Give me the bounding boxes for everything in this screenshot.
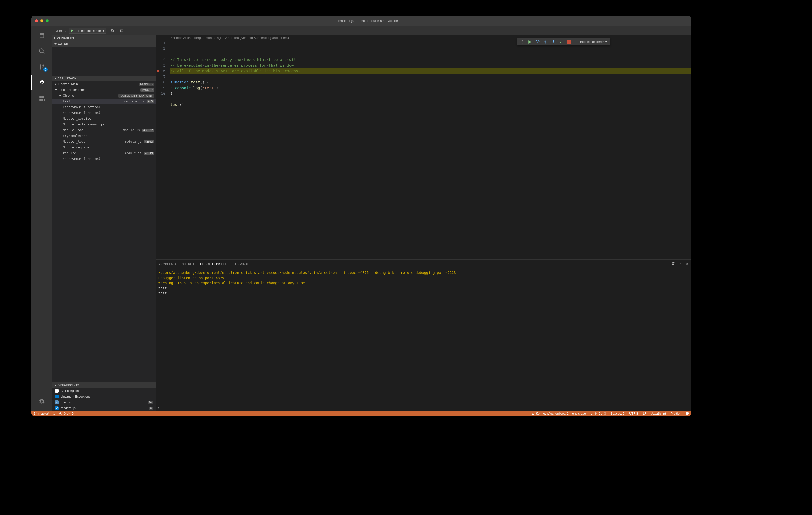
blame-status[interactable]: Kenneth Auchenberg, 2 months ago (531, 412, 586, 415)
feedback-icon[interactable] (686, 412, 689, 416)
language-status[interactable]: JavaScript (651, 412, 666, 415)
watch-section-header[interactable]: Watch (52, 41, 156, 47)
sync-status[interactable] (52, 412, 56, 415)
step-over-button[interactable] (534, 38, 541, 46)
debug-console-output[interactable]: /Users/auchenberg/development/electron-q… (156, 269, 691, 298)
continue-button[interactable] (526, 38, 533, 46)
console-line: test (158, 286, 689, 291)
prettier-status[interactable]: Prettier (670, 412, 681, 415)
variables-section-header[interactable]: Variables (52, 35, 156, 41)
app-window: renderer.js — electron-quick-start-vscod… (31, 16, 691, 416)
chevron-right-icon (55, 83, 56, 85)
scm-badge: 2 (44, 67, 48, 72)
problems-status[interactable]: 0 0 (59, 412, 73, 415)
close-icon[interactable] (35, 19, 38, 23)
repl-input[interactable] (156, 404, 691, 411)
svg-point-12 (686, 412, 689, 415)
svg-rect-9 (568, 40, 571, 44)
callstack-section-header[interactable]: Call Stack (52, 75, 156, 81)
stack-frame[interactable]: requiremodule.js20:19 (52, 150, 156, 156)
line-gutter: 1 2 3 4 5 6 7 8 9 10 (156, 40, 170, 113)
checkbox[interactable]: ✓ (55, 406, 59, 410)
search-icon[interactable] (31, 43, 52, 59)
console-line: Warning: This is an experimental feature… (158, 280, 689, 286)
panel-close-icon[interactable]: × (686, 262, 689, 267)
settings-gear-icon[interactable] (31, 394, 52, 410)
stack-frame[interactable]: (anonymous function) (52, 156, 156, 162)
console-line: /Users/auchenberg/development/electron-q… (158, 270, 689, 276)
step-into-button[interactable] (542, 38, 549, 46)
stack-frame[interactable]: testrenderer.js6:3 (52, 98, 156, 104)
code-editor[interactable]: 1 2 3 4 5 6 7 8 9 10 //·This·file·is·req… (156, 40, 691, 113)
debug-config-select[interactable]: Electron: Rende▾ (77, 28, 107, 34)
debug-console-toggle-icon[interactable] (118, 27, 125, 34)
breakpoint-item[interactable]: ✓renderer.js6 (52, 405, 156, 411)
svg-point-3 (521, 40, 521, 41)
debug-view-label: DEBUG (55, 29, 66, 32)
chevron-down-icon (54, 78, 57, 79)
debug-floating-toolbar[interactable]: Electron: Renderer▾ (517, 38, 610, 46)
chevron-down-icon (59, 95, 61, 96)
chevron-down-icon (55, 89, 57, 91)
panel-maximize-icon[interactable] (679, 262, 683, 267)
stack-frame[interactable]: Module._extensions..js (52, 122, 156, 127)
stack-frame[interactable]: (anonymous function) (52, 110, 156, 116)
cursor-position-status[interactable]: Ln 6, Col 3 (591, 412, 606, 415)
debug-session-select[interactable]: Electron: Renderer▾ (575, 39, 609, 45)
breakpoint-item[interactable]: ✓main.js16 (52, 399, 156, 405)
stack-frame[interactable]: Module.require (52, 145, 156, 150)
checkbox[interactable]: ✓ (55, 395, 59, 398)
debug-sidebar: Variables Watch Call Stack Electron: Mai… (52, 35, 156, 411)
indentation-status[interactable]: Spaces: 2 (611, 412, 625, 415)
svg-point-4 (522, 40, 523, 41)
code-lens[interactable]: Kenneth Auchenberg, 2 months ago | 2 aut… (156, 35, 691, 40)
traffic-lights (35, 19, 49, 23)
stack-frame[interactable]: Module._compile (52, 116, 156, 122)
extensions-icon[interactable] (31, 90, 52, 106)
drag-handle-icon[interactable] (518, 38, 526, 46)
stack-frame[interactable]: Module.loadmodule.js488:32 (52, 127, 156, 133)
git-branch-status[interactable]: master* (33, 412, 49, 415)
svg-point-6 (522, 41, 523, 42)
explorer-icon[interactable] (31, 28, 52, 43)
editor-area: JS main.js JS renderer.js × (156, 26, 691, 411)
output-tab[interactable]: OUTPUT (181, 262, 194, 267)
terminal-tab[interactable]: TERMINAL (233, 262, 249, 267)
start-debugging-button[interactable] (68, 28, 77, 34)
stop-button[interactable] (565, 38, 573, 46)
debug-configure-icon[interactable] (109, 27, 116, 34)
stack-frame[interactable]: (anonymous function) (52, 104, 156, 110)
stack-frame[interactable]: Module._loadmodule.js439:3 (52, 139, 156, 145)
panel-tab-bar: PROBLEMS OUTPUT DEBUG CONSOLE TERMINAL × (156, 260, 691, 269)
checkbox[interactable] (55, 389, 59, 393)
eol-status[interactable]: LF (643, 412, 646, 415)
svg-point-5 (521, 41, 521, 42)
svg-point-14 (688, 413, 688, 413)
chevron-down-icon (54, 385, 57, 386)
scm-icon[interactable]: 2 (31, 59, 52, 75)
thread-row[interactable]: Electron: Renderer PAUSED (52, 87, 156, 93)
zoom-icon[interactable] (46, 19, 49, 23)
minimize-icon[interactable] (40, 19, 44, 23)
debug-icon[interactable] (31, 75, 52, 90)
clear-console-icon[interactable] (671, 262, 675, 267)
stack-frame[interactable]: tryModuleLoad (52, 133, 156, 139)
breakpoint-item[interactable]: ✓Uncaught Exceptions (52, 394, 156, 399)
console-line: Debugger listening on port 4875. (158, 276, 689, 281)
chevron-right-icon (54, 37, 56, 39)
debug-console-tab[interactable]: DEBUG CONSOLE (200, 261, 228, 267)
panel: PROBLEMS OUTPUT DEBUG CONSOLE TERMINAL ×… (156, 259, 691, 411)
svg-point-7 (521, 43, 521, 43)
thread-row[interactable]: Electron: Main RUNNING (52, 81, 156, 87)
chevron-down-icon (54, 43, 57, 45)
code-content[interactable]: //·This·file·is·required·by·the·index.ht… (170, 40, 691, 113)
breakpoints-section-header[interactable]: Breakpoints (52, 382, 156, 388)
thread-sub-row[interactable]: Chrome PAUSED ON BREAKPOINT (52, 93, 156, 98)
encoding-status[interactable]: UTF-8 (629, 412, 638, 415)
problems-tab[interactable]: PROBLEMS (158, 262, 176, 267)
checkbox[interactable]: ✓ (55, 400, 59, 404)
breakpoint-item[interactable]: All Exceptions (52, 388, 156, 394)
step-out-button[interactable] (550, 38, 557, 46)
restart-button[interactable] (557, 38, 565, 46)
debug-top-bar: DEBUG Electron: Rende▾ (52, 26, 691, 35)
